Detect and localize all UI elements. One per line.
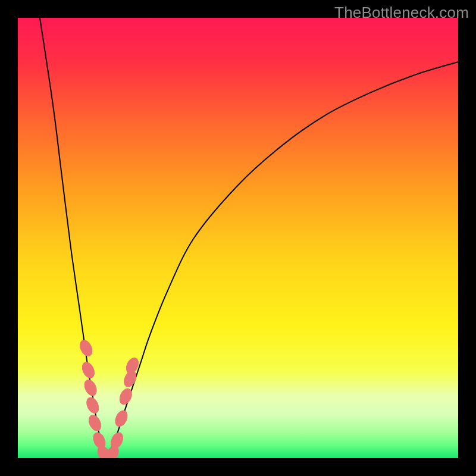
plot-area <box>18 18 458 458</box>
highlight-blob <box>113 409 130 428</box>
highlight-blob <box>78 339 95 358</box>
watermark-text: TheBottleneck.com <box>334 4 469 22</box>
highlight-blob <box>82 378 99 397</box>
chart-frame: TheBottleneck.com <box>0 0 476 476</box>
highlight-blob <box>84 396 101 415</box>
highlight-blob <box>86 413 103 433</box>
bottleneck-curve <box>18 18 458 458</box>
highlight-blobs <box>78 339 141 458</box>
curve-right-branch <box>106 62 458 458</box>
highlight-blob <box>80 361 96 380</box>
highlight-blob <box>124 356 140 375</box>
